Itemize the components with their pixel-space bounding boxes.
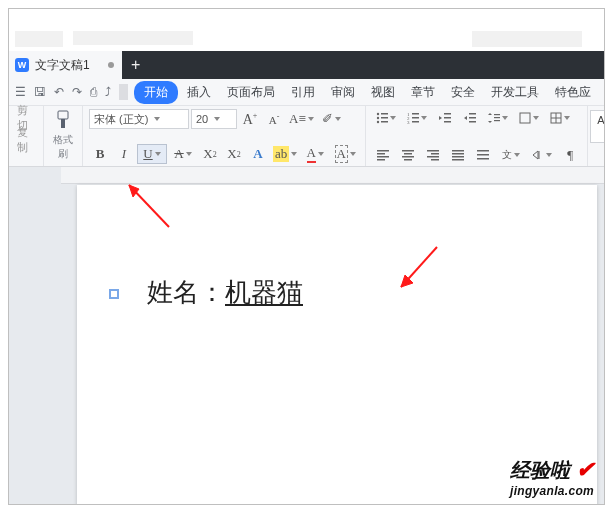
paragraph-mark-icon [107,287,121,301]
bullets-button[interactable] [372,109,400,127]
font-name-combo[interactable]: 宋体 (正文) [89,109,189,129]
style-normal[interactable]: AaBbCcDd 正文 [590,110,605,143]
menu-sections[interactable]: 章节 [404,81,442,104]
app-window: W 文字文稿1 + ☰ 🖫 ↶ ↷ ⎙ ⤴ 开始 插入 页面布局 引用 审阅 视… [8,8,605,505]
svg-rect-36 [431,153,439,155]
strike-button[interactable]: A [169,145,197,163]
menu-features[interactable]: 特色应 [548,81,598,104]
align-right-icon [427,149,439,161]
print-icon[interactable]: ⎙ [86,85,101,99]
unsaved-indicator-icon [108,62,114,68]
svg-rect-27 [377,150,389,152]
svg-rect-40 [452,153,464,155]
clear-format-button[interactable]: ✐ [318,110,346,128]
svg-rect-44 [477,154,489,156]
align-right-button[interactable] [422,146,444,164]
bullets-icon [376,112,388,124]
svg-rect-1 [61,119,65,128]
svg-rect-31 [402,150,414,152]
shading-button[interactable] [515,109,543,127]
menubar: ☰ 🖫 ↶ ↷ ⎙ ⤴ 开始 插入 页面布局 引用 审阅 视图 章节 安全 开发… [9,79,604,106]
menu-review[interactable]: 审阅 [324,81,362,104]
decrease-indent-button[interactable] [434,109,456,127]
show-marks-button[interactable]: ¶ [559,146,581,164]
svg-rect-48 [111,291,117,297]
highlight-button[interactable]: ab [271,145,299,163]
numbering-button[interactable]: 123 [403,109,431,127]
menu-start[interactable]: 开始 [134,81,178,104]
redo-icon[interactable]: ↷ [68,85,86,99]
watermark: 经验啦 ✔ jingyanla.com [510,457,594,498]
borders-button[interactable] [546,109,574,127]
tab-title: 文字文稿1 [35,57,90,74]
increase-indent-button[interactable] [459,109,481,127]
format-painter-button[interactable]: 格式刷 [50,109,76,161]
align-left-button[interactable] [372,146,394,164]
svg-rect-28 [377,153,385,155]
ribbon: 剪切 复制 格式刷 宋体 (正文) 20 A+ A- A≡ ✐ B I [9,106,604,167]
align-distributed-button[interactable] [472,146,494,164]
align-left-icon [377,149,389,161]
text-effects-button[interactable]: A [247,145,269,163]
menu-references[interactable]: 引用 [284,81,322,104]
svg-rect-7 [381,121,388,123]
font-group: 宋体 (正文) 20 A+ A- A≡ ✐ B I U A X2 X2 A ab… [83,106,366,166]
undo-icon[interactable]: ↶ [50,85,68,99]
text-direction-button[interactable]: 文 [497,146,525,164]
new-tab-button[interactable]: + [122,51,150,79]
align-justify-button[interactable] [447,146,469,164]
svg-rect-9 [412,113,419,115]
svg-rect-42 [452,159,464,161]
svg-rect-17 [469,113,476,115]
borders-icon [550,112,562,124]
svg-rect-13 [412,121,419,123]
svg-rect-35 [427,150,439,152]
svg-rect-11 [412,117,419,119]
document-tabbar: W 文字文稿1 + [9,51,604,79]
tab-stops-button[interactable] [528,146,556,164]
menu-security[interactable]: 安全 [444,81,482,104]
font-color-button[interactable]: A [301,145,329,163]
align-center-button[interactable] [397,146,419,164]
svg-rect-5 [381,117,388,119]
brush-icon [52,109,74,131]
document-tab-active[interactable]: W 文字文稿1 [9,51,122,79]
char-shading-button[interactable]: A [331,145,359,163]
outdent-icon [439,112,451,124]
menu-icon[interactable]: ☰ [11,85,30,99]
checkmark-icon: ✔ [576,457,594,482]
menu-pagelayout[interactable]: 页面布局 [220,81,282,104]
superscript-button[interactable]: X2 [199,145,221,163]
subscript-button[interactable]: X2 [223,145,245,163]
tabs-icon [532,149,544,161]
styles-group: AaBbCcDd 正文 [588,106,605,166]
paragraph-group: 123 文 ¶ [366,106,588,166]
copy-button[interactable]: 复制 [15,131,37,149]
menu-view[interactable]: 视图 [364,81,402,104]
menu-devtools[interactable]: 开发工具 [484,81,546,104]
underline-button[interactable]: U [137,144,167,164]
svg-rect-33 [402,156,414,158]
svg-rect-22 [494,120,500,121]
document-line: 姓名： 机器猫 [107,275,567,310]
clipboard-group-a: 剪切 复制 [9,106,44,166]
menu-insert[interactable]: 插入 [180,81,218,104]
svg-rect-18 [469,117,476,119]
italic-button[interactable]: I [113,145,135,163]
svg-point-6 [377,121,379,123]
shrink-font-button[interactable]: A- [263,110,285,128]
format-painter-group: 格式刷 [44,106,83,166]
doc-value-text: 机器猫 [225,275,303,310]
word-icon: W [15,58,29,72]
line-spacing-button[interactable] [484,109,512,127]
grow-font-button[interactable]: A+ [239,110,261,128]
svg-rect-29 [377,156,389,158]
bold-button[interactable]: B [89,145,111,163]
svg-rect-43 [477,150,489,152]
svg-point-4 [377,117,379,119]
preview-icon[interactable]: ⤴ [101,85,115,99]
change-case-button[interactable]: A≡ [287,110,316,128]
font-size-combo[interactable]: 20 [191,109,237,129]
save-icon[interactable]: 🖫 [30,85,50,99]
svg-rect-16 [444,121,451,123]
